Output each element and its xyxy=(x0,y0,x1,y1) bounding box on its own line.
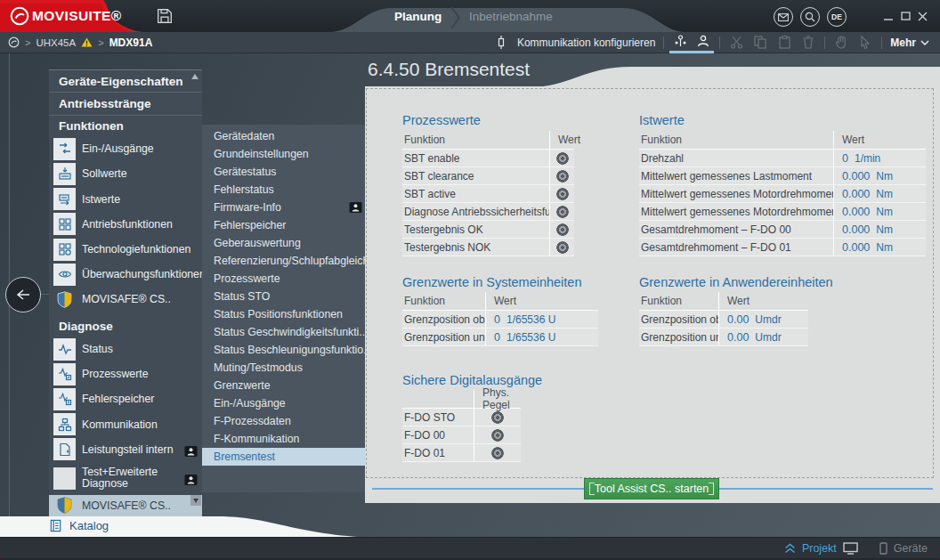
section-title-grenzwerte-anwender: Grenzwerte in Anwendereinheiten xyxy=(639,275,833,289)
sidebar-item-kommunikation[interactable]: Kommunikation xyxy=(49,412,202,437)
geraete-toggle[interactable]: Geräte xyxy=(894,542,928,555)
table-header: Funktion Wert xyxy=(402,292,598,311)
subnav-item[interactable]: Ein-/Ausgänge xyxy=(202,394,365,412)
prozesswerte-table: Funktion Wert SBT enable SBT clearance S… xyxy=(402,131,574,256)
catalog-icon xyxy=(49,519,62,532)
katalog-tab[interactable]: Katalog xyxy=(49,519,109,532)
content-panel: Prozesswerte Funktion Wert SBT enable SB… xyxy=(365,86,940,503)
subnav-item[interactable]: Grundeinstellungen xyxy=(202,145,365,163)
subnav-item[interactable]: F-Kommunikation xyxy=(202,430,365,448)
shield-icon xyxy=(53,494,76,516)
sidebar-item-istwerte[interactable]: Istwerte xyxy=(49,186,202,211)
cursor-icon[interactable] xyxy=(857,35,873,51)
sidebar-section-funktionen[interactable]: Funktionen xyxy=(49,116,202,136)
language-badge[interactable]: DE xyxy=(827,7,847,27)
table-row: F-DO STO xyxy=(402,409,521,426)
table-row: Gesamtdrehmoment – F-DO 010.000Nm xyxy=(639,239,926,256)
delete-icon[interactable] xyxy=(800,35,816,51)
breadcrumb-node-mdx91a[interactable]: MDX91A xyxy=(109,37,153,49)
grenzwerte-system-table: Funktion Wert Grenzposition oben01/65536… xyxy=(402,292,598,346)
sidebar-item-status[interactable]: Status xyxy=(49,337,202,361)
paste-icon[interactable] xyxy=(776,35,792,51)
tab-planung[interactable]: Planung xyxy=(394,10,442,23)
sidebar-item-movisafe-selected[interactable]: MOVISAFE® CS.. xyxy=(49,495,202,516)
scroll-down-icon[interactable] xyxy=(190,495,201,506)
sidebar-section-diagnose[interactable]: Diagnose xyxy=(49,316,202,337)
sidebar-section-geraete-eigenschaften[interactable]: Geräte-Eigenschaften xyxy=(49,70,202,93)
led-indicator xyxy=(491,429,504,442)
sidebar-item-antriebsfunktionen[interactable]: Antriebsfunktionen xyxy=(49,212,202,237)
sidebar-item-test-erweiterte-diagnose[interactable]: Test+Erweiterte Diagnose xyxy=(49,462,202,495)
search-icon[interactable] xyxy=(800,7,820,27)
device-icon[interactable] xyxy=(879,542,887,555)
mail-icon[interactable] xyxy=(774,7,793,27)
communication-configure-label[interactable]: Kommunikation konfigurieren xyxy=(517,37,655,49)
user-icon[interactable] xyxy=(695,33,711,49)
subnav-item[interactable]: Status STO xyxy=(202,288,365,305)
tab-inbetriebnahme[interactable]: Inbetriebnahme xyxy=(469,10,553,23)
minimize-button[interactable] xyxy=(884,0,894,32)
document-icon xyxy=(53,438,76,460)
monitoring-eye-icon xyxy=(53,264,76,286)
projekt-toggle[interactable]: Projekt xyxy=(802,542,837,555)
sidebar-item-leistungsteil-intern[interactable]: Leistungsteil intern xyxy=(49,437,202,462)
subnav-item[interactable]: Gerätedaten xyxy=(202,127,365,145)
subnav-item[interactable]: Geberauswertung xyxy=(202,234,365,252)
drive-functions-icon xyxy=(53,213,76,235)
cut-icon[interactable] xyxy=(728,35,744,51)
subnav-panel: Gerätedaten Grundeinstellungen Gerätesta… xyxy=(202,125,365,492)
subnav-item[interactable]: Status Beschleunigungsfunktio... xyxy=(202,341,365,359)
active-tool-group xyxy=(672,33,711,52)
led-indicator xyxy=(556,170,569,183)
section-title-grenzwerte-system: Grenzwerte in Systemeinheiten xyxy=(402,275,582,289)
home-logo-icon[interactable] xyxy=(8,37,20,48)
pan-hand-icon[interactable] xyxy=(833,35,849,51)
copy-icon[interactable] xyxy=(752,35,768,51)
menubar: > UHX45A > MDX91A Kommunikation konfigur… xyxy=(0,32,940,53)
breadcrumb: > UHX45A > MDX91A xyxy=(0,37,152,49)
error-memory-icon xyxy=(53,388,76,410)
sidebar-item-prozesswerte[interactable]: Prozesswerte xyxy=(49,361,202,386)
table-row: F-DO 00 xyxy=(402,426,521,444)
more-menu-button[interactable]: Mehr xyxy=(890,37,929,49)
subnav-item[interactable]: Referenzierung/Schlupfabgleich xyxy=(202,252,365,270)
subnav-item[interactable]: Grenzwerte xyxy=(202,377,365,394)
sidebar-item-movisafe[interactable]: MOVISAFE® CS.. xyxy=(49,287,202,312)
subnav-item[interactable]: F-Prozessdaten xyxy=(202,412,365,430)
collapse-panel-button[interactable] xyxy=(5,277,41,312)
warning-icon xyxy=(81,37,93,47)
commissioning-pin-icon[interactable] xyxy=(672,33,688,49)
close-button[interactable] xyxy=(918,0,928,32)
breadcrumb-node-uhx45a[interactable]: UHX45A xyxy=(36,37,76,48)
sidebar-item-ein-ausgaenge[interactable]: Ein-/Ausgänge xyxy=(49,136,202,161)
sidebar-item-ueberwachungsfunktionen[interactable]: Überwachungsfunktionen xyxy=(49,262,202,287)
tool-assist-start-button[interactable]: Tool Assist CS.. starten xyxy=(584,478,719,499)
sidebar-item-technologiefunktionen[interactable]: Technologiefunktionen xyxy=(49,237,202,262)
communication-plug-icon[interactable] xyxy=(493,35,509,51)
movisuite-window: MOVISUITE® Planung Inbetriebnahme xyxy=(0,0,940,560)
save-icon[interactable] xyxy=(157,8,173,24)
sidebar-item-fehlerspeicher[interactable]: Fehlerspeicher xyxy=(49,386,202,411)
chevron-double-up-icon[interactable] xyxy=(784,543,796,554)
subnav-item[interactable]: Status Geschwindigkeitsfunkti... xyxy=(202,323,365,341)
subnav-item[interactable]: Muting/Testmodus xyxy=(202,359,365,377)
table-row: Testergebnis OK xyxy=(402,221,574,239)
table-row: Grenzposition unten01/65536 U xyxy=(402,329,598,346)
table-row: Grenzposition oben01/65536 U xyxy=(402,311,598,329)
scroll-up-icon[interactable] xyxy=(191,74,199,79)
subnav-item[interactable]: Prozesswerte xyxy=(202,270,365,288)
subnav-item[interactable]: Gerätestatus xyxy=(202,163,365,181)
status-waveform-icon xyxy=(53,338,76,361)
maximize-button[interactable] xyxy=(901,0,911,32)
statusbar: Projekt Geräte xyxy=(0,537,940,558)
subnav-item[interactable]: Status Positionsfunktionen xyxy=(202,305,365,323)
sidebar-item-sollwerte[interactable]: Sollwerte xyxy=(49,161,202,186)
subnav-item[interactable]: Fehlerstatus xyxy=(202,181,365,199)
subnav-item-bremsentest-selected[interactable]: Bremsentest xyxy=(202,448,365,466)
subnav-item-firmware-info[interactable]: Firmware-Info xyxy=(202,199,365,216)
table-row: Grenzposition oben0.00Umdr xyxy=(639,311,808,329)
sidebar-section-antriebsstraenge[interactable]: Antriebsstränge xyxy=(49,93,202,115)
monitor-icon[interactable] xyxy=(843,542,858,555)
table-header: Funktion Wert xyxy=(639,292,808,311)
subnav-item[interactable]: Fehlerspeicher xyxy=(202,216,365,234)
